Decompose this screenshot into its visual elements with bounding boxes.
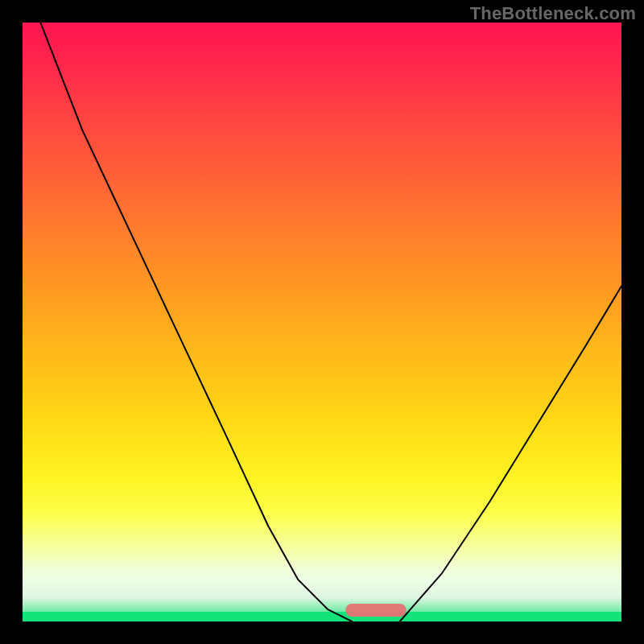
- watermark-text: TheBottleneck.com: [470, 3, 636, 24]
- right-curve: [400, 286, 621, 621]
- left-curve: [40, 23, 352, 621]
- plot-area: [23, 23, 621, 621]
- curves-svg: [23, 23, 621, 621]
- chart-frame: TheBottleneck.com: [0, 0, 644, 644]
